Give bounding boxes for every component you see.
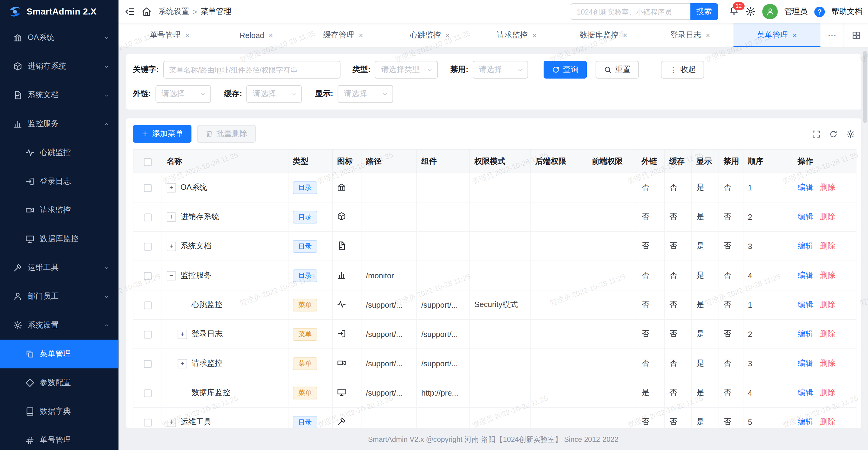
user-name[interactable]: 管理员: [784, 7, 808, 17]
delete-link[interactable]: 删除: [820, 183, 835, 191]
edit-link[interactable]: 编辑: [798, 417, 813, 426]
help-icon[interactable]: ?: [814, 6, 825, 17]
row-checkbox[interactable]: [144, 214, 152, 222]
tab-login-log[interactable]: 登录日志 ×: [647, 23, 734, 47]
sidebar-item-login-log[interactable]: 登录日志: [0, 167, 119, 196]
row-checkbox[interactable]: [144, 243, 152, 251]
sidebar-item-menu-manage[interactable]: 菜单管理: [0, 340, 119, 368]
close-icon[interactable]: ×: [445, 31, 450, 40]
tab-order-manage[interactable]: 单号管理 ×: [126, 23, 213, 47]
sidebar-item-data-dict[interactable]: 数据字典: [0, 397, 119, 426]
tab-request-monitor[interactable]: 请求监控 ×: [473, 23, 560, 47]
sidebar-item-request-monitor[interactable]: 请求监控: [0, 196, 119, 225]
row-checkbox[interactable]: [144, 272, 152, 280]
keyword-input[interactable]: [163, 61, 340, 78]
tabs-grid-button[interactable]: [843, 23, 868, 47]
expand-button[interactable]: +: [167, 183, 176, 192]
cell-path: [361, 407, 416, 428]
tab-menu-manage[interactable]: 菜单管理 ×: [734, 23, 820, 47]
sidebar-item-system-docs[interactable]: 系统文档: [0, 81, 119, 109]
notification-bell[interactable]: 12: [729, 5, 739, 18]
batch-delete-button[interactable]: 批量删除: [197, 125, 256, 143]
sidebar-item-database-monitor[interactable]: 数据库监控: [0, 225, 119, 253]
edit-link[interactable]: 编辑: [798, 388, 813, 396]
search-button[interactable]: 搜索: [690, 3, 718, 20]
fullscreen-icon[interactable]: [812, 130, 820, 138]
type-select[interactable]: 请选择类型: [375, 61, 438, 78]
column-settings-icon[interactable]: [846, 130, 855, 138]
edit-link[interactable]: 编辑: [798, 358, 813, 367]
close-icon[interactable]: ×: [706, 31, 710, 40]
show-select[interactable]: 请选择: [338, 85, 393, 103]
delete-link[interactable]: 删除: [820, 241, 835, 250]
tabs-more-button[interactable]: ⋯: [820, 23, 844, 47]
disabled-select[interactable]: 请选择: [473, 61, 528, 78]
close-icon[interactable]: ×: [532, 31, 536, 40]
scrollbar-track[interactable]: [863, 50, 867, 431]
delete-link[interactable]: 删除: [820, 388, 835, 396]
edit-link[interactable]: 编辑: [798, 300, 813, 309]
home-icon[interactable]: [142, 7, 152, 17]
edit-link[interactable]: 编辑: [798, 329, 813, 338]
sidebar-item-monitor-service[interactable]: 监控服务: [0, 109, 119, 138]
tab-cache-manage[interactable]: 缓存管理 ×: [300, 23, 386, 47]
close-icon[interactable]: ×: [185, 31, 190, 40]
search-input[interactable]: [571, 3, 690, 20]
settings-gear-icon[interactable]: [745, 7, 755, 17]
expand-button[interactable]: +: [178, 359, 187, 368]
delete-link[interactable]: 删除: [820, 300, 835, 309]
app-logo: SmartAdmin 2.X: [0, 0, 119, 23]
reset-button[interactable]: 重置: [595, 61, 639, 78]
edit-link[interactable]: 编辑: [798, 212, 813, 221]
row-checkbox[interactable]: [144, 419, 152, 427]
expand-button[interactable]: +: [167, 212, 176, 222]
cell-show: 是: [692, 319, 719, 349]
row-checkbox[interactable]: [144, 301, 152, 310]
close-icon[interactable]: ×: [793, 31, 797, 40]
expand-button[interactable]: +: [167, 242, 176, 251]
expand-button[interactable]: +: [178, 329, 187, 339]
select-all-checkbox[interactable]: [144, 158, 152, 166]
tab-reload[interactable]: Reload ×: [213, 23, 300, 47]
collapse-filters-button[interactable]: ⋮ 收起: [661, 61, 704, 78]
scrollbar-thumb[interactable]: [863, 51, 867, 123]
close-icon[interactable]: ×: [359, 31, 363, 40]
sidebar-item-department-staff[interactable]: 部门员工: [0, 282, 119, 311]
sidebar-item-param-config[interactable]: 参数配置: [0, 368, 119, 397]
close-icon[interactable]: ×: [623, 31, 627, 40]
edit-link[interactable]: 编辑: [798, 183, 813, 191]
sidebar-item-order-manage[interactable]: 单号管理: [0, 426, 119, 450]
delete-link[interactable]: 删除: [820, 358, 835, 367]
edit-link[interactable]: 编辑: [798, 270, 813, 279]
row-checkbox[interactable]: [144, 360, 152, 368]
cell-external: 否: [637, 319, 665, 349]
sidebar-item-heartbeat-monitor[interactable]: 心跳监控: [0, 138, 119, 167]
collapse-sidebar-icon[interactable]: [125, 7, 135, 17]
external-select[interactable]: 请选择: [155, 85, 211, 103]
delete-link[interactable]: 删除: [820, 329, 835, 338]
sidebar-item-oa-system[interactable]: OA系统: [0, 23, 119, 52]
row-checkbox[interactable]: [144, 390, 152, 397]
delete-link[interactable]: 删除: [820, 270, 835, 279]
user-avatar[interactable]: [762, 4, 778, 19]
chart-icon: [13, 119, 22, 128]
query-button[interactable]: 查询: [544, 61, 587, 78]
collapse-button[interactable]: −: [167, 271, 176, 280]
sidebar-item-ops-tools[interactable]: 运维工具: [0, 253, 119, 282]
edit-link[interactable]: 编辑: [798, 241, 813, 250]
tab-heartbeat-monitor[interactable]: 心跳监控 ×: [386, 23, 473, 47]
cache-select[interactable]: 请选择: [247, 85, 302, 103]
sidebar-item-inventory-system[interactable]: 进销存系统: [0, 52, 119, 81]
tab-database-monitor[interactable]: 数据库监控 ×: [560, 23, 647, 47]
breadcrumb-root[interactable]: 系统设置: [158, 7, 189, 17]
close-icon[interactable]: ×: [269, 31, 273, 40]
sidebar-item-system-settings[interactable]: 系统设置: [0, 311, 119, 340]
help-label[interactable]: 帮助文档: [831, 7, 863, 17]
row-checkbox[interactable]: [144, 184, 152, 192]
refresh-icon[interactable]: [829, 130, 837, 138]
add-menu-button[interactable]: 添加菜单: [133, 125, 191, 143]
expand-button[interactable]: +: [167, 417, 176, 427]
delete-link[interactable]: 删除: [820, 417, 835, 426]
delete-link[interactable]: 删除: [820, 212, 835, 221]
row-checkbox[interactable]: [144, 331, 152, 339]
